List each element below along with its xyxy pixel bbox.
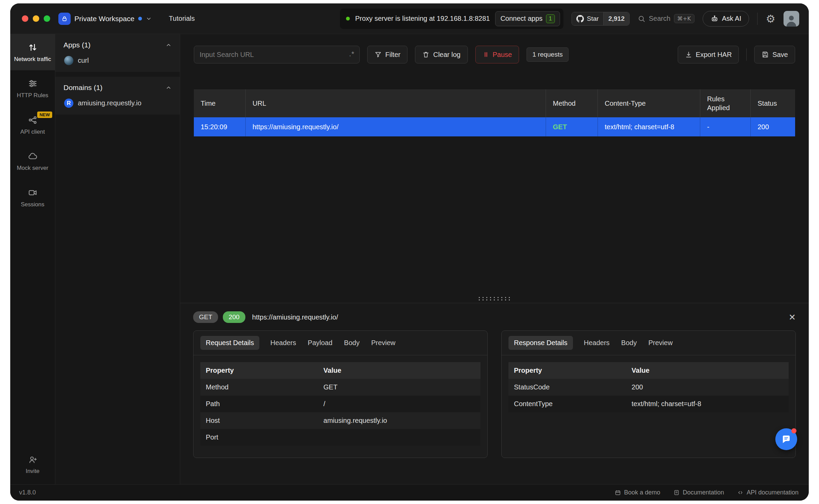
sidebar-item-label: HTTP Rules xyxy=(17,92,48,99)
traffic-source-panel: Apps (1) curl Domains (1) R amiusing.req… xyxy=(55,34,180,484)
value-column-label: Value xyxy=(626,362,789,379)
new-badge: NEW xyxy=(37,112,52,118)
property-table-header: Property Value xyxy=(508,362,789,379)
request-card: Request Details Headers Payload Body Pre… xyxy=(193,330,488,458)
tab-request-headers[interactable]: Headers xyxy=(270,336,297,350)
documentation-link[interactable]: Documentation xyxy=(673,489,724,496)
save-button[interactable]: Save xyxy=(754,46,795,63)
close-details-button[interactable]: ✕ xyxy=(789,312,796,322)
network-traffic-main: .* Filter Clear log Pause 1 requests xyxy=(180,34,809,484)
save-label: Save xyxy=(772,51,788,59)
tutorials-link[interactable]: Tutorials xyxy=(169,15,195,23)
tab-request-details[interactable]: Request Details xyxy=(200,336,259,350)
tab-request-body[interactable]: Body xyxy=(343,336,360,350)
chevron-down-icon xyxy=(146,16,152,22)
video-camera-icon xyxy=(28,188,38,198)
workspace-selector[interactable]: Private Workspace xyxy=(58,13,152,25)
save-icon xyxy=(761,51,769,58)
traffic-row-method[interactable]: GET xyxy=(546,117,598,136)
api-documentation-link[interactable]: API documentation xyxy=(737,489,799,496)
minimize-window-button[interactable] xyxy=(33,15,39,22)
user-avatar[interactable] xyxy=(784,11,799,27)
primary-sidebar: Network traffic HTTP Rules NEW API clien… xyxy=(10,34,55,484)
apps-section-header[interactable]: Apps (1) xyxy=(63,41,172,49)
filter-label: Filter xyxy=(385,51,400,59)
export-har-button[interactable]: Export HAR xyxy=(678,46,739,63)
search-url-input[interactable] xyxy=(194,46,360,63)
proxy-online-dot xyxy=(346,17,350,20)
property-row: Path / xyxy=(200,396,480,412)
app-window: Private Workspace Tutorials Proxy server… xyxy=(10,3,809,501)
book-demo-link[interactable]: Book a demo xyxy=(615,489,660,496)
network-traffic-icon xyxy=(28,42,38,53)
tab-response-details[interactable]: Response Details xyxy=(508,336,573,350)
sidebar-item-http-rules[interactable]: HTTP Rules xyxy=(10,70,55,106)
sidebar-item-invite[interactable]: Invite xyxy=(10,447,55,484)
workspace-lock-icon xyxy=(58,13,71,25)
property-row: Host amiusing.requestly.io xyxy=(200,412,480,429)
filter-funnel-icon xyxy=(374,51,382,58)
traffic-row-time[interactable]: 15:20:09 xyxy=(194,117,246,136)
status-badge: 200 xyxy=(223,311,245,323)
requestly-logo-icon: R xyxy=(64,99,73,108)
traffic-row-content-type[interactable]: text/html; charset=utf-8 xyxy=(598,117,700,136)
pause-icon xyxy=(483,51,489,58)
ai-bot-icon xyxy=(710,15,719,23)
property-row: Port xyxy=(200,429,480,446)
sidebar-item-mock-server[interactable]: Mock server xyxy=(10,143,55,179)
book-icon xyxy=(673,489,680,496)
tab-request-preview[interactable]: Preview xyxy=(371,336,396,350)
domains-section: Domains (1) R amiusing.requestly.io xyxy=(55,77,180,115)
global-search[interactable]: Search ⌘+K xyxy=(638,14,694,23)
domains-section-header[interactable]: Domains (1) xyxy=(63,84,172,92)
regex-toggle-icon[interactable]: .* xyxy=(349,50,355,58)
traffic-row-status[interactable]: 200 xyxy=(751,117,795,136)
close-icon: ✕ xyxy=(789,312,796,322)
app-item-curl[interactable]: curl xyxy=(63,49,172,66)
clear-log-button[interactable]: Clear log xyxy=(415,46,468,63)
response-card: Response Details Headers Body Preview Pr… xyxy=(501,330,796,458)
column-header-status: Status xyxy=(751,89,795,117)
panel-resize-handle[interactable] xyxy=(180,294,809,303)
property-column-label: Property xyxy=(508,362,626,379)
response-tabs: Response Details Headers Body Preview xyxy=(502,331,795,355)
traffic-row-rules-applied[interactable]: - xyxy=(700,117,751,136)
chat-widget-button[interactable] xyxy=(775,428,797,450)
request-tabs: Request Details Headers Payload Body Pre… xyxy=(193,331,487,355)
calendar-icon xyxy=(615,489,621,496)
sidebar-item-api-client[interactable]: NEW API client xyxy=(10,107,55,143)
tab-response-headers[interactable]: Headers xyxy=(583,336,610,350)
connect-apps-count-badge: 1 xyxy=(546,14,555,23)
sidebar-item-sessions[interactable]: Sessions xyxy=(10,179,55,216)
app-item-label: curl xyxy=(78,57,89,64)
clear-icon xyxy=(422,51,430,58)
close-window-button[interactable] xyxy=(22,15,28,22)
connect-apps-button[interactable]: Connect apps 1 xyxy=(495,11,560,26)
pause-label: Pause xyxy=(493,51,512,59)
details-header: GET 200 https://amiusing.requestly.io/ ✕ xyxy=(193,311,796,323)
tab-response-preview[interactable]: Preview xyxy=(648,336,673,350)
cloud-icon xyxy=(28,151,38,161)
sidebar-item-network-traffic[interactable]: Network traffic xyxy=(10,34,55,70)
pause-button[interactable]: Pause xyxy=(475,46,519,63)
github-star-button[interactable]: Star 2,912 xyxy=(572,12,630,26)
settings-button[interactable]: ⚙ xyxy=(766,13,775,25)
tab-response-body[interactable]: Body xyxy=(620,336,637,350)
grip-dots-icon xyxy=(477,296,512,301)
proxy-status-group: Proxy server is listening at 192.168.1.8… xyxy=(340,9,563,29)
domain-item-amiusing[interactable]: R amiusing.requestly.io xyxy=(63,92,172,109)
window-controls xyxy=(22,15,50,22)
tab-request-payload[interactable]: Payload xyxy=(307,336,333,350)
toolbar-divider xyxy=(746,48,747,61)
apps-header-label: Apps (1) xyxy=(63,41,90,49)
star-count: 2,912 xyxy=(603,12,630,25)
invite-person-icon xyxy=(28,455,38,464)
star-label: Star xyxy=(587,15,599,23)
app-version: v1.8.0 xyxy=(19,489,36,496)
traffic-row-url[interactable]: https://amiusing.requestly.io/ xyxy=(246,117,546,136)
zoom-window-button[interactable] xyxy=(44,15,50,22)
export-har-label: Export HAR xyxy=(696,51,732,59)
filter-button[interactable]: Filter xyxy=(367,46,407,63)
ask-ai-button[interactable]: Ask AI xyxy=(703,11,749,27)
domains-header-label: Domains (1) xyxy=(63,84,102,92)
